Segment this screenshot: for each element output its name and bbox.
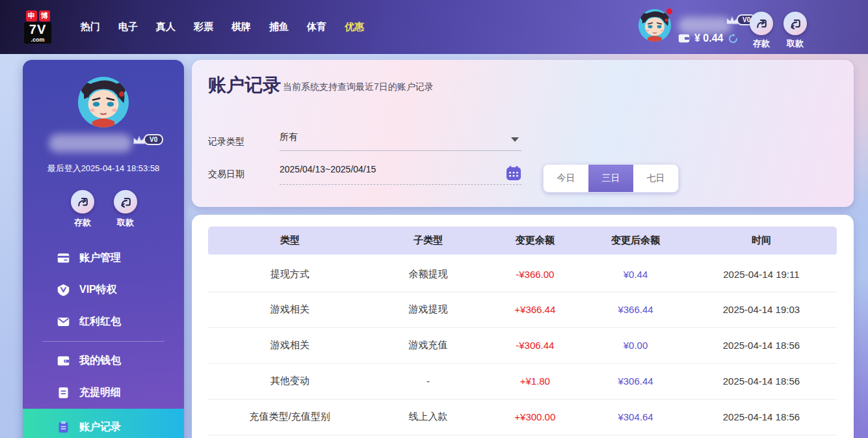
sidebar-item-label: 账户管理 — [79, 251, 121, 265]
logo-cn-badge: 申 — [26, 10, 37, 21]
sidebar-menu: 账户管理VIP特权红利红包我的钱包充提明细账户记录 — [23, 242, 184, 438]
nav-item-6[interactable]: 捕鱼 — [269, 21, 289, 33]
cell-type: 其他变动 — [208, 363, 371, 399]
deposit-button[interactable]: 存款 — [744, 12, 778, 49]
table-row: 游戏相关游戏充值-¥306.44¥0.002025-04-14 18:56 — [208, 327, 837, 363]
cell-change: +¥300.00 — [484, 399, 585, 435]
main-nav: 热门电子真人彩票棋牌捕鱼体育优惠 — [81, 21, 364, 33]
page-subtitle: 当前系统支持查询最近7日的账户记录 — [283, 81, 434, 93]
withdraw-icon — [114, 190, 137, 213]
logo-tld-text: .com — [24, 36, 51, 44]
table-row: 游戏相关游戏提现+¥366.44¥366.442025-04-14 19:03 — [208, 292, 837, 327]
table-header-cell: 子类型 — [371, 226, 484, 256]
avatar-image — [78, 77, 129, 128]
site-logo[interactable]: 申 博 7V .com — [20, 10, 56, 44]
sidebar-avatar[interactable] — [78, 77, 129, 128]
cell-after: ¥366.44 — [585, 292, 686, 327]
cell-time: 2025-04-14 18:56 — [686, 363, 837, 399]
cell-type: 游戏相关 — [208, 327, 371, 363]
cell-type: 游戏相关 — [208, 292, 371, 327]
user-avatar[interactable] — [638, 9, 671, 42]
balance-amount: ¥ 0.44 — [694, 33, 723, 44]
cell-after: ¥0.00 — [585, 327, 686, 363]
range-button-2[interactable]: 三日 — [588, 165, 633, 192]
date-range-value: 2025/04/13~2025/04/15 — [280, 164, 376, 174]
sidebar-deposit-button[interactable]: 存款 — [62, 190, 103, 228]
cell-change: -¥366.00 — [484, 256, 585, 292]
vip-label: V0 — [144, 134, 163, 145]
sidebar-item-4[interactable]: 我的钱包 — [23, 345, 184, 377]
cell-time: 2025-04-14 19:03 — [686, 292, 837, 327]
table-header-cell: 变更余额 — [484, 226, 585, 256]
date-range-segmented-control: 今日三日七日 — [543, 164, 679, 193]
deposit-icon — [71, 190, 94, 213]
chevron-down-icon — [511, 137, 519, 142]
nav-item-2[interactable]: 电子 — [118, 21, 138, 33]
refresh-icon[interactable] — [728, 33, 739, 44]
sidebar-item-2[interactable]: VIP特权 — [23, 274, 184, 306]
deposit-label: 存款 — [753, 38, 770, 49]
withdraw-label: 取款 — [787, 38, 804, 49]
cell-change: -¥306.44 — [484, 327, 585, 363]
vip-icon — [57, 283, 70, 297]
record-type-select[interactable]: 所有 — [280, 131, 521, 151]
nav-item-7[interactable]: 体育 — [307, 21, 326, 33]
range-button-1[interactable]: 今日 — [544, 165, 588, 192]
table-header-cell: 时间 — [686, 226, 837, 256]
cell-subtype: 余额提现 — [371, 256, 484, 292]
range-button-3[interactable]: 七日 — [633, 165, 678, 192]
nav-item-5[interactable]: 棋牌 — [231, 21, 251, 33]
nav-item-4[interactable]: 彩票 — [194, 21, 213, 33]
cell-after: ¥0.44 — [585, 256, 686, 292]
sidebar-item-1[interactable]: 账户管理 — [23, 242, 184, 274]
document-icon — [57, 386, 70, 400]
nav-item-8[interactable]: 优惠 — [345, 21, 364, 33]
withdraw-button[interactable]: 取款 — [778, 12, 812, 49]
table-row: 充值类型/充值型别线上入款+¥300.00¥304.642025-04-14 1… — [208, 399, 837, 435]
filter-panel: 账户记录 当前系统支持查询最近7日的账户记录 记录类型 所有 交易日期 2025… — [192, 60, 854, 207]
sidebar-item-label: 账户记录 — [79, 420, 121, 434]
navbar-user-area: V0 ¥ 0.44 存款 — [621, 0, 868, 54]
vip-level-badge: V0 — [132, 134, 163, 145]
table-header-cell: 类型 — [208, 226, 371, 256]
sidebar-item-5[interactable]: 充提明细 — [23, 377, 184, 409]
sidebar: V0 最后登入2025-04-14 18:53:58 存款 — [23, 60, 184, 438]
deposit-label: 存款 — [74, 217, 91, 228]
cell-after: ¥306.44 — [585, 363, 686, 399]
cell-subtype: 游戏充值 — [371, 327, 484, 363]
table-row: 其他变动-+¥1.80¥306.442025-04-14 18:56 — [208, 363, 837, 399]
page-background: V0 最后登入2025-04-14 18:53:58 存款 — [0, 54, 868, 438]
card-icon — [57, 251, 70, 265]
record-type-value: 所有 — [280, 131, 298, 142]
sidebar-item-3[interactable]: 红利红包 — [23, 306, 184, 338]
wallet-icon — [678, 34, 690, 43]
sidebar-item-label: 我的钱包 — [79, 354, 121, 368]
top-navbar: 申 博 7V .com 热门电子真人彩票棋牌捕鱼体育优惠 — [0, 0, 868, 54]
sidebar-item-label: VIP特权 — [79, 283, 117, 297]
blurred-username — [678, 17, 731, 34]
table-header-row: 类型子类型变更余额变更后余额时间 — [208, 226, 837, 256]
calendar-icon[interactable] — [506, 165, 521, 183]
cell-change: +¥1.80 — [484, 363, 585, 399]
records-panel: 类型子类型变更余额变更后余额时间 提现方式余额提现-¥366.00¥0.4420… — [192, 215, 854, 438]
envelope-icon — [57, 315, 70, 329]
sidebar-item-label: 红利红包 — [79, 315, 121, 329]
nav-item-1[interactable]: 热门 — [81, 21, 100, 33]
last-login-text: 最后登入2025-04-14 18:53:58 — [23, 163, 184, 174]
avatar-image — [638, 9, 671, 42]
nav-item-3[interactable]: 真人 — [156, 21, 176, 33]
sidebar-item-6[interactable]: 账户记录 — [23, 409, 184, 438]
cell-type: 充值类型/充值型别 — [208, 399, 371, 435]
cell-subtype: 游戏提现 — [371, 292, 484, 327]
sidebar-item-label: 充提明细 — [79, 386, 121, 400]
cell-time: 2025-04-14 18:56 — [686, 399, 837, 435]
logo-cn-badge: 博 — [39, 10, 50, 21]
clipboard-icon — [57, 420, 70, 434]
sidebar-withdraw-button[interactable]: 取款 — [105, 190, 146, 228]
wallet-icon — [57, 354, 70, 368]
records-table: 类型子类型变更余额变更后余额时间 提现方式余额提现-¥366.00¥0.4420… — [208, 226, 837, 435]
table-header-cell: 变更后余额 — [585, 226, 686, 256]
date-range-input[interactable]: 2025/04/13~2025/04/15 — [280, 164, 521, 185]
deposit-icon — [750, 12, 773, 35]
cell-type: 提现方式 — [208, 256, 371, 292]
